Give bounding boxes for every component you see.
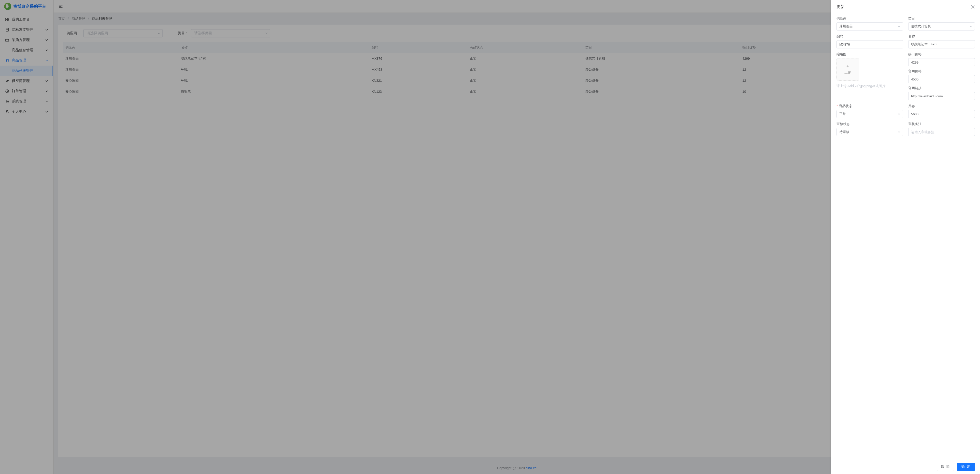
code-input[interactable] — [837, 40, 903, 48]
stock-input[interactable] — [908, 110, 975, 118]
cancel-button[interactable]: 取 消 — [937, 463, 955, 471]
drawer-title: 更新 — [837, 4, 845, 10]
price-api-label: 接口价格 — [908, 52, 975, 57]
category-select[interactable]: 便携式计算机 — [908, 22, 975, 30]
supplier-select[interactable]: 苏州创美 — [837, 22, 903, 30]
upload-text: 上传 — [845, 70, 851, 75]
upload-hint: 请上传2M以内的jpg/png格式图片 — [837, 84, 903, 88]
supplier-label: 供应商 — [837, 16, 903, 21]
chevron-down-icon — [898, 130, 901, 134]
remark-label: 审核备注 — [908, 122, 975, 126]
select-value: 便携式计算机 — [911, 24, 931, 29]
upload-box[interactable]: + 上传 — [837, 58, 859, 81]
chevron-down-icon — [898, 25, 901, 28]
select-value: 正常 — [839, 112, 846, 116]
select-value: 待审核 — [839, 130, 849, 134]
price-api-input[interactable] — [908, 58, 975, 66]
link-label: 官网链接 — [908, 86, 975, 91]
code-label: 编码 — [837, 34, 903, 39]
thumb-label: 缩略图 — [837, 52, 903, 57]
status-label: *商品状态 — [837, 104, 903, 108]
name-input[interactable] — [908, 40, 975, 48]
select-value: 苏州创美 — [839, 24, 853, 29]
name-label: 名称 — [908, 34, 975, 39]
plus-icon: + — [846, 64, 849, 69]
audit-label: 审核状态 — [837, 122, 903, 126]
category-label: 类目 — [908, 16, 975, 21]
remark-input[interactable] — [908, 128, 975, 136]
link-input[interactable] — [908, 92, 975, 100]
price-web-input[interactable] — [908, 75, 975, 83]
ok-button[interactable]: 确 定 — [957, 463, 975, 471]
stock-label: 库存 — [908, 104, 975, 108]
price-web-label: 官网价格 — [908, 69, 975, 73]
chevron-down-icon — [898, 113, 901, 116]
update-drawer: 更新 供应商 苏州创美 类目 便携式计算机 编码 — [831, 0, 980, 474]
close-icon[interactable] — [971, 5, 975, 9]
audit-select[interactable]: 待审核 — [837, 128, 903, 136]
status-select[interactable]: 正常 — [837, 110, 903, 118]
chevron-down-icon — [969, 25, 972, 28]
